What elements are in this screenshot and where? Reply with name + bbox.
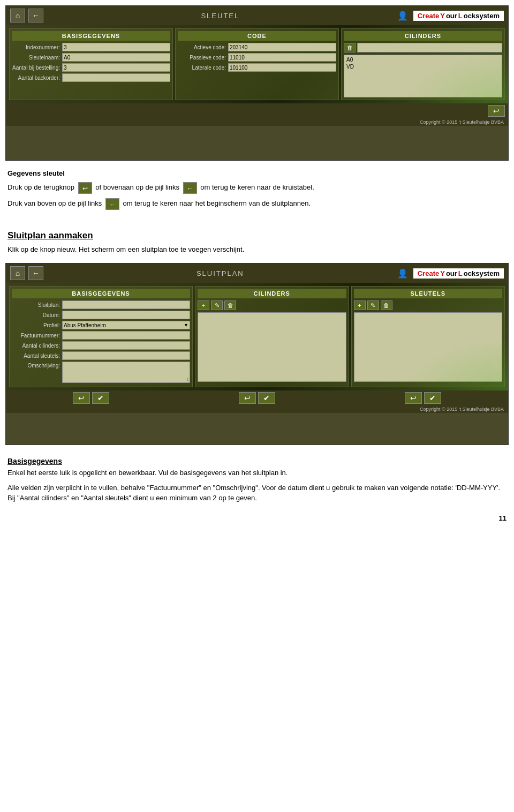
label-aantal-backorder: Aantal backorder: <box>12 75 60 81</box>
sp-input-aantal-sl[interactable] <box>62 351 190 360</box>
sp-sleutels-panel: SLEUTELS + ✎ 🗑 <box>351 286 505 387</box>
field-passieve-code: Passieve code: 11010 <box>178 53 336 62</box>
label-passieve-code: Passieve code: <box>178 55 226 61</box>
footer-col-1: ↩ ✔ <box>9 392 173 404</box>
sp-label-factuurnummer: Factuurnummer: <box>12 333 60 339</box>
sp-basisgegevens-header: BASISGEGEVENS <box>12 289 190 298</box>
sp-input-factuurnummer[interactable] <box>62 331 190 340</box>
input-aantal-backorder[interactable] <box>62 73 170 82</box>
sp-input-omschrijving[interactable]: ↕ <box>62 362 190 383</box>
cil-item-a0[interactable]: A0 <box>345 56 501 63</box>
sp-delete-sl-button[interactable]: 🗑 <box>381 300 392 310</box>
input-sleutelnaam[interactable]: A0 <box>62 53 170 62</box>
sleutel-footer: ↩ <box>6 103 508 118</box>
sp-cilinders-header: CILINDERS <box>198 289 346 298</box>
screen-title: SLEUTEL <box>43 12 397 20</box>
field-aantal-backorder: Aantal backorder: <box>12 73 170 82</box>
sp-label-omschrijving: Omschrijving: <box>12 362 60 369</box>
sluitplan-aanmaken-heading: Sluitplan aanmaken <box>7 230 507 241</box>
brand-logo: Create Y our L ocksystem <box>413 11 504 21</box>
gegevens-heading: Gegevens sleutel <box>7 168 507 179</box>
sp-label-datum: Datum: <box>12 312 60 318</box>
sp-field-datum: Datum: <box>12 311 190 319</box>
left-arrow-icon-inline2: ← <box>105 198 119 210</box>
page-number: 11 <box>0 512 514 524</box>
home-button[interactable]: ⌂ <box>10 9 25 22</box>
sp-label-sluitplan: Sluitplan: <box>12 302 60 308</box>
footer-back-button[interactable]: ↩ <box>488 105 505 117</box>
cilinders-panel: CILINDERS 🗑 A0 VD <box>341 28 505 100</box>
basisgegevens-para1: Enkel het eerste luik is opgelicht en be… <box>7 468 507 478</box>
sp-footer-save-3[interactable]: ✔ <box>424 392 441 404</box>
basisgegevens-header: BASISGEGEVENS <box>12 31 170 41</box>
sp-footer-back-2[interactable]: ↩ <box>239 392 256 404</box>
sp-back-button[interactable]: ← <box>28 266 43 280</box>
sp-screen-title: SLUITPLAN <box>43 269 397 277</box>
cil-item-vd[interactable]: VD <box>345 63 501 70</box>
sp-home-button[interactable]: ⌂ <box>10 266 25 280</box>
label-sleutelnaam: Sleutelnaam: <box>12 55 60 61</box>
sp-field-aantal-sl: Aantal sleutels: <box>12 351 190 360</box>
sleutel-copyright: Copyright © 2015 't Sleutelhuisje BVBA <box>6 118 508 126</box>
sp-add-cil-button[interactable]: + <box>198 300 209 310</box>
code-panel: CODE Actieve code: 203140 Passieve code:… <box>175 28 339 100</box>
input-passieve-code[interactable]: 11010 <box>228 53 336 62</box>
sp-input-aantal-cil[interactable] <box>62 341 190 350</box>
sp-input-profiel[interactable]: Abus Pfaffenheim ▼ <box>62 321 190 329</box>
field-aantal-bestelling: Aantal bij bestelling: 3 <box>12 63 170 72</box>
sleutel-screenshot: ⌂ ← SLEUTEL 👤 Create Y our L ocksystem B… <box>5 5 509 161</box>
basisgegevens-section-heading: Basisgegevens <box>7 457 507 465</box>
sp-cilinders-panel: CILINDERS + ✎ 🗑 <box>195 286 349 387</box>
sp-footer-save-1[interactable]: ✔ <box>92 392 109 404</box>
back-icon-inline: ↩ <box>78 182 92 194</box>
sluitplan-footer: ↩ ✔ ↩ ✔ ↩ ✔ <box>6 390 508 405</box>
sp-footer-back-3[interactable]: ↩ <box>405 392 422 404</box>
sp-field-factuurnummer: Factuurnummer: <box>12 331 190 340</box>
sp-label-aantal-cil: Aantal cilinders: <box>12 343 60 349</box>
sp-cil-list <box>198 312 346 382</box>
input-actieve-code[interactable]: 203140 <box>228 43 336 51</box>
cil-toolbar: 🗑 <box>344 43 502 52</box>
sp-field-profiel: Profiel: Abus Pfaffenheim ▼ <box>12 321 190 329</box>
cilinders-header: CILINDERS <box>344 31 502 41</box>
sluitplan-screenshot: ⌂ ← SLUITPLAN 👤 Create Y our L ocksystem… <box>5 263 509 445</box>
input-aantal-bestelling[interactable]: 3 <box>62 63 170 72</box>
field-laterale-code: Laterale code: 101100 <box>178 63 336 72</box>
sp-label-profiel: Profiel: <box>12 322 60 328</box>
sp-input-sluitplan[interactable] <box>62 300 190 309</box>
sluitplan-copyright: Copyright © 2015 't Sleutelhuisje BVBA <box>6 405 508 413</box>
sleutel-body: BASISGEGEVENS Indexnummer: 3 Sleutelnaam… <box>6 25 508 103</box>
sp-brand-logo: Create Y our L ocksystem <box>413 268 504 279</box>
sp-add-sl-button[interactable]: + <box>354 300 366 310</box>
basisgegevens-panel: BASISGEGEVENS Indexnummer: 3 Sleutelnaam… <box>9 28 173 100</box>
sluitplan-intro: Klik op de knop nieuw. Het scherm om een… <box>7 244 507 255</box>
sp-cil-toolbar: + ✎ 🗑 <box>198 300 346 310</box>
sp-edit-cil-button[interactable]: ✎ <box>211 300 223 310</box>
sluitplan-body: BASISGEGEVENS Sluitplan: Datum: Profiel:… <box>6 283 508 390</box>
input-laterale-code[interactable]: 101100 <box>228 63 336 72</box>
sleutel-header: ⌂ ← SLEUTEL 👤 Create Y our L ocksystem <box>6 6 508 25</box>
para-terugknop: Druk op de terugknop ↩ of bovenaan op de… <box>7 182 507 194</box>
field-sleutelnaam: Sleutelnaam: A0 <box>12 53 170 62</box>
sp-sl-list <box>354 312 503 382</box>
sp-user-icon: 👤 <box>397 268 408 279</box>
label-laterale-code: Laterale code: <box>178 65 226 71</box>
input-indexnummer[interactable]: 3 <box>62 43 170 51</box>
field-indexnummer: Indexnummer: 3 <box>12 43 170 51</box>
para-pijl-links: Druk van boven op de pijl links ← om ter… <box>7 198 507 210</box>
sp-edit-sl-button[interactable]: ✎ <box>367 300 379 310</box>
sp-sleutels-header: SLEUTELS <box>354 289 503 298</box>
cil-list: A0 VD <box>344 55 502 97</box>
delete-cil-button[interactable]: 🗑 <box>344 43 356 52</box>
text-section-1: Gegevens sleutel Druk op de terugknop ↩ … <box>0 164 514 219</box>
sp-input-datum[interactable] <box>62 311 190 319</box>
label-actieve-code: Actieve code: <box>178 44 226 50</box>
sp-header-left: ⌂ ← <box>10 266 43 280</box>
basisgegevens-para2: Alle velden zijn verplicht in te vullen,… <box>7 483 507 503</box>
sp-delete-cil-button[interactable]: 🗑 <box>224 300 236 310</box>
sp-footer-save-2[interactable]: ✔ <box>258 392 275 404</box>
back-button[interactable]: ← <box>28 9 43 22</box>
cil-dropdown[interactable] <box>357 43 502 52</box>
sluitplan-heading-section: Sluitplan aanmaken Klik op de knop nieuw… <box>0 219 514 261</box>
sp-footer-back-1[interactable]: ↩ <box>73 392 90 404</box>
